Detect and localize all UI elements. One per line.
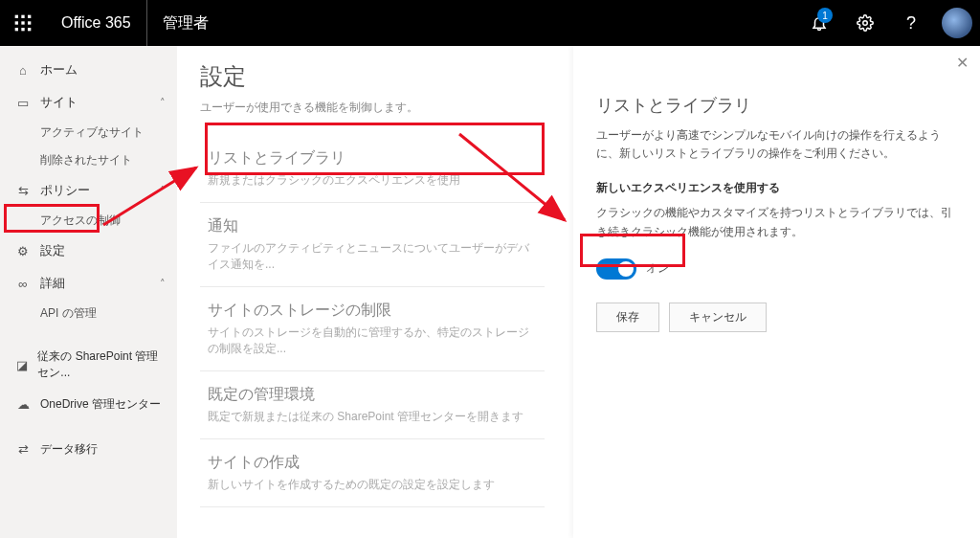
svg-rect-8 xyxy=(28,28,31,31)
migration-icon: ⇄ xyxy=(15,442,31,457)
avatar-icon xyxy=(942,8,972,38)
svg-rect-5 xyxy=(28,21,31,24)
nav-label: データ移行 xyxy=(40,441,98,458)
card-title: 既定の管理環境 xyxy=(208,385,537,405)
toggle-knob-icon xyxy=(618,261,634,277)
svg-rect-3 xyxy=(15,21,18,24)
nav-onedrive-admin[interactable]: ☁ OneDrive 管理センター xyxy=(0,389,177,420)
panel-desc: ユーザーがより高速でシンプルなモバイル向けの操作を行えるように、新しいリストとラ… xyxy=(596,126,957,163)
nav-label: OneDrive 管理センター xyxy=(40,396,161,413)
home-icon: ⌂ xyxy=(15,63,31,78)
onedrive-icon: ☁ xyxy=(15,397,31,412)
nav-classic-admin[interactable]: ◪ 従来の SharePoint 管理セン... xyxy=(0,341,177,389)
save-button[interactable]: 保存 xyxy=(596,303,659,332)
close-button[interactable]: ✕ xyxy=(956,54,969,72)
site-icon: ▭ xyxy=(15,96,31,110)
nav-deleted-sites[interactable]: 削除されたサイト xyxy=(0,146,177,174)
notification-badge: 1 xyxy=(817,8,833,23)
card-title: 通知 xyxy=(208,216,537,236)
panel-title: リストとライブラリ xyxy=(596,94,957,117)
toggle-label: オン xyxy=(646,260,669,277)
svg-rect-7 xyxy=(21,28,24,31)
card-title: リストとライブラリ xyxy=(208,148,537,168)
nav-api-management[interactable]: API の管理 xyxy=(0,300,177,327)
nav-policy[interactable]: ⇆ ポリシー ˄ xyxy=(0,174,177,207)
svg-rect-6 xyxy=(15,28,18,31)
chevron-up-icon: ˄ xyxy=(160,97,166,109)
card-desc: 新しいサイトを作成するための既定の設定を設定します xyxy=(208,477,537,493)
header: Office 365 管理者 1 ? xyxy=(0,0,980,46)
policy-icon: ⇆ xyxy=(15,184,31,198)
card-lists-libraries[interactable]: リストとライブラリ 新規またはクラシックのエクスペリエンスを使用 xyxy=(200,135,545,203)
card-default-admin[interactable]: 既定の管理環境 既定で新規または従来の SharePoint 管理センターを開き… xyxy=(200,371,545,439)
account-button[interactable] xyxy=(934,0,980,46)
card-title: サイトのストレージの制限 xyxy=(208,301,537,321)
help-button[interactable]: ? xyxy=(888,0,934,46)
notifications-button[interactable]: 1 xyxy=(796,0,842,46)
nav-label: ポリシー xyxy=(40,182,90,199)
card-storage-limits[interactable]: サイトのストレージの制限 サイトのストレージを自動的に管理するか、特定のストレー… xyxy=(200,287,545,371)
close-icon: ✕ xyxy=(956,55,969,71)
settings-gear-button[interactable] xyxy=(842,0,888,46)
nav-active-sites[interactable]: アクティブなサイト xyxy=(0,119,177,146)
sharepoint-icon: ◪ xyxy=(15,358,28,372)
nav-label: 設定 xyxy=(40,242,65,259)
gear-icon xyxy=(857,14,874,32)
card-desc: 既定で新規または従来の SharePoint 管理センターを開きます xyxy=(208,409,537,425)
svg-point-9 xyxy=(863,21,868,26)
chevron-up-icon: ˄ xyxy=(160,278,166,290)
gear-icon: ⚙ xyxy=(15,244,31,258)
card-desc: 新規またはクラシックのエクスペリエンスを使用 xyxy=(208,172,537,189)
nav-home[interactable]: ⌂ ホーム xyxy=(0,54,177,86)
link-icon: ∞ xyxy=(15,277,31,291)
panel-note: クラシックの機能やカスタマイズを持つリストとライブラリでは、引き続きクラシック機… xyxy=(596,204,957,240)
svg-rect-2 xyxy=(28,15,31,18)
cancel-button[interactable]: キャンセル xyxy=(669,303,767,332)
card-desc: ファイルのアクティビティとニュースについてユーザーがデバイス通知を... xyxy=(208,240,537,273)
card-title: サイトの作成 xyxy=(208,453,537,473)
sidebar: ⌂ ホーム ▭ サイト ˄ アクティブなサイト 削除されたサイト ⇆ ポリシー … xyxy=(0,46,177,538)
chevron-up-icon: ˄ xyxy=(160,185,166,197)
svg-rect-4 xyxy=(21,21,24,24)
nav-site[interactable]: ▭ サイト ˄ xyxy=(0,86,177,119)
nav-label: 従来の SharePoint 管理セン... xyxy=(37,348,166,381)
nav-settings[interactable]: ⚙ 設定 xyxy=(0,235,177,267)
app-launcher[interactable] xyxy=(0,0,46,46)
main-content: 設定 ユーザーが使用できる機能を制御します。 リストとライブラリ 新規またはクラ… xyxy=(177,46,980,538)
brand-label[interactable]: Office 365 xyxy=(46,0,146,46)
card-desc: サイトのストレージを自動的に管理するか、特定のストレージの制限を設定... xyxy=(208,325,537,357)
panel-subtitle: 新しいエクスペリエンスを使用する xyxy=(596,180,957,196)
nav-label: ホーム xyxy=(40,61,78,78)
question-icon: ? xyxy=(906,13,916,34)
nav-access-control[interactable]: アクセスの制御 xyxy=(0,207,177,235)
waffle-icon xyxy=(13,13,33,33)
experience-toggle[interactable] xyxy=(596,258,636,280)
card-notifications[interactable]: 通知 ファイルのアクティビティとニュースについてユーザーがデバイス通知を... xyxy=(200,203,545,287)
app-label: 管理者 xyxy=(146,0,224,46)
nav-data-migration[interactable]: ⇄ データ移行 xyxy=(0,434,177,465)
experience-toggle-row: オン xyxy=(596,258,957,280)
nav-details[interactable]: ∞ 詳細 ˄ xyxy=(0,267,177,300)
nav-label: サイト xyxy=(40,94,78,111)
svg-rect-0 xyxy=(15,15,18,18)
detail-panel: ✕ リストとライブラリ ユーザーがより高速でシンプルなモバイル向けの操作を行える… xyxy=(573,46,980,538)
svg-rect-1 xyxy=(21,15,24,18)
nav-label: 詳細 xyxy=(40,275,65,292)
card-site-creation[interactable]: サイトの作成 新しいサイトを作成するための既定の設定を設定します xyxy=(200,439,545,507)
